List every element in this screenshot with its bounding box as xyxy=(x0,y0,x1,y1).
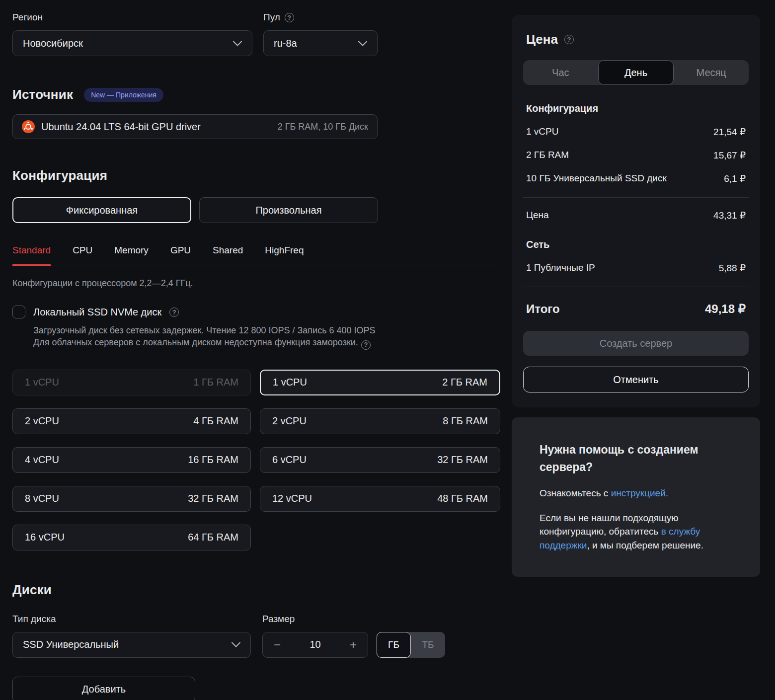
price-row: 1 vCPU 21,54 ₽ xyxy=(526,126,746,138)
server-form: Регион Новосибирск Пул ? ru-8a Источник xyxy=(12,7,500,700)
help-icon[interactable]: ? xyxy=(285,13,294,22)
divider xyxy=(523,287,749,287)
config-option[interactable]: 1 vCPU 2 ГБ RAM xyxy=(260,370,500,395)
tab-note: Конфигурации с процессором 2,2—2,4 ГГц. xyxy=(12,278,500,289)
source-image-name: Ubuntu 24.04 LTS 64-bit GPU driver xyxy=(41,121,278,133)
disk-unit-toggle: ГБ ТБ xyxy=(377,632,445,658)
period-month-button[interactable]: Месяц xyxy=(674,60,749,85)
disk-size-field: Размер − 10 + ГБ ТБ xyxy=(262,614,445,658)
config-option[interactable]: 6 vCPU 32 ГБ RAM xyxy=(260,447,500,473)
config-option[interactable]: 4 vCPU 16 ГБ RAM xyxy=(12,447,251,473)
source-heading: Источник xyxy=(12,87,73,102)
tab-shared[interactable]: Shared xyxy=(213,245,243,265)
price-sidebar: Цена ? Час День Месяц Конфигурация 1 vCP… xyxy=(512,7,760,700)
region-select[interactable]: Новосибирск xyxy=(12,30,252,56)
region-label: Регион xyxy=(12,12,252,23)
billing-period-toggle: Час День Месяц xyxy=(523,60,749,85)
unit-tb-button[interactable]: ТБ xyxy=(411,632,445,658)
tab-gpu[interactable]: GPU xyxy=(170,245,191,265)
help-panel: Нужна помощь с созданием сервера? Ознако… xyxy=(512,417,760,577)
chevron-down-icon xyxy=(232,642,240,647)
period-hour-button[interactable]: Час xyxy=(523,60,598,85)
disk-type-label: Тип диска xyxy=(12,614,251,624)
cancel-button[interactable]: Отменить xyxy=(523,367,749,392)
price-row: 2 ГБ RAM 15,67 ₽ xyxy=(526,150,746,161)
disk-size-value[interactable]: 10 xyxy=(292,639,339,650)
chevron-down-icon xyxy=(358,41,367,46)
price-total-row: Итого 49,18 ₽ xyxy=(526,302,746,316)
local-ssd-label: Локальный SSD NVMe диск xyxy=(33,307,161,318)
price-subtotal-row: Цена 43,31 ₽ xyxy=(526,210,746,221)
price-network-heading: Сеть xyxy=(526,239,749,250)
unit-gb-button[interactable]: ГБ xyxy=(377,632,411,658)
ubuntu-logo-icon xyxy=(22,120,35,133)
help-instruction-line: Ознакомьтесь с инструкцией. xyxy=(540,486,732,500)
decrease-button[interactable]: − xyxy=(263,638,292,652)
instruction-link[interactable]: инструкцией. xyxy=(611,488,668,498)
period-day-button[interactable]: День xyxy=(598,60,674,85)
help-support-line: Если вы не нашли подходящую конфигурацию… xyxy=(540,511,732,552)
new-apps-badge: New — Приложения xyxy=(84,88,163,102)
config-option[interactable]: 16 vCPU 64 ГБ RAM xyxy=(12,525,251,550)
tab-cpu[interactable]: CPU xyxy=(73,245,92,265)
disk-type-field: Тип диска SSD Универсальный xyxy=(12,614,251,658)
region-value: Новосибирск xyxy=(23,38,83,49)
source-image-meta: 2 ГБ RAM, 10 ГБ Диск xyxy=(278,122,368,132)
region-field: Регион Новосибирск xyxy=(12,12,252,56)
divider xyxy=(523,197,749,198)
local-ssd-checkbox[interactable] xyxy=(12,306,25,318)
config-option[interactable]: 8 vCPU 32 ГБ RAM xyxy=(12,486,251,512)
price-card: Цена ? Час День Месяц Конфигурация 1 vCP… xyxy=(512,15,760,407)
price-heading: Цена xyxy=(526,32,558,47)
increase-button[interactable]: + xyxy=(339,638,368,652)
help-icon[interactable]: ? xyxy=(169,308,179,317)
create-server-button[interactable]: Создать сервер xyxy=(523,331,749,356)
config-options-grid: 1 vCPU 1 ГБ RAM 1 vCPU 2 ГБ RAM 2 vCPU 4… xyxy=(12,370,500,550)
config-option[interactable]: 2 vCPU 8 ГБ RAM xyxy=(260,408,500,434)
disk-type-select[interactable]: SSD Универсальный xyxy=(12,632,251,658)
config-option: 1 vCPU 1 ГБ RAM xyxy=(12,370,251,395)
mode-custom-button[interactable]: Произвольная xyxy=(199,197,378,223)
mode-fixed-button[interactable]: Фиксированная xyxy=(12,197,191,223)
pool-field: Пул ? ru-8a xyxy=(263,12,378,56)
create-server-page: Регион Новосибирск Пул ? ru-8a Источник xyxy=(0,0,775,700)
tab-highfreq[interactable]: HighFreq xyxy=(265,245,304,265)
disk-size-stepper: − 10 + xyxy=(262,632,368,658)
pool-label: Пул ? xyxy=(263,12,378,23)
local-ssd-description: Загрузочный диск без сетевых задержек. Ч… xyxy=(33,324,500,350)
config-option[interactable]: 12 vCPU 48 ГБ RAM xyxy=(260,486,500,512)
disk-size-label: Размер xyxy=(262,614,445,624)
help-title: Нужна помощь с созданием сервера? xyxy=(540,441,732,475)
help-icon[interactable]: ? xyxy=(564,35,574,44)
pool-value: ru-8a xyxy=(274,38,297,49)
price-row: 10 ГБ Универсальный SSD диск 6,1 ₽ xyxy=(526,173,746,184)
price-config-heading: Конфигурация xyxy=(526,103,749,114)
tab-memory[interactable]: Memory xyxy=(114,245,149,265)
disk-type-value: SSD Универсальный xyxy=(23,639,119,650)
disks-heading: Диски xyxy=(12,582,500,598)
source-image-select[interactable]: Ubuntu 24.04 LTS 64-bit GPU driver 2 ГБ … xyxy=(12,114,378,139)
config-tabs: Standard CPU Memory GPU Shared HighFreq xyxy=(12,245,500,265)
chevron-down-icon xyxy=(233,41,242,46)
add-disk-button[interactable]: Добавить xyxy=(12,677,195,700)
help-icon[interactable]: ? xyxy=(361,340,371,350)
config-option[interactable]: 2 vCPU 4 ГБ RAM xyxy=(12,408,251,434)
price-network-row: 1 Публичные IP 5,88 ₽ xyxy=(526,262,746,274)
tab-standard[interactable]: Standard xyxy=(12,245,51,266)
configuration-heading: Конфигурация xyxy=(12,168,500,183)
pool-select[interactable]: ru-8a xyxy=(263,30,378,56)
